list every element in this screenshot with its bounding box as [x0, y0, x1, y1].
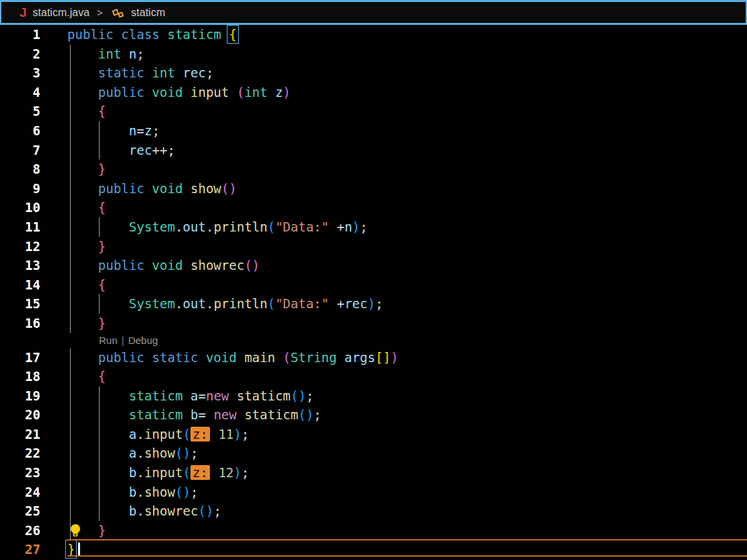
code-line[interactable]: 25 b.showrec();: [0, 501, 747, 521]
code-area[interactable]: 1public class staticm {2 int n;3 static …: [0, 25, 747, 559]
code-token: public: [67, 27, 121, 42]
code-text: int n;: [67, 44, 144, 64]
code-line[interactable]: 22 a.show();: [0, 444, 747, 463]
line-number[interactable]: 7: [0, 141, 40, 160]
code-token: ;: [376, 296, 383, 311]
code-token: staticm: [129, 388, 191, 403]
line-number[interactable]: 13: [0, 256, 40, 275]
line-number[interactable]: 6: [0, 121, 40, 141]
code-line[interactable]: 2 int n;: [0, 44, 747, 64]
code-token: [67, 350, 98, 365]
code-text: public static void main (String args[]): [67, 348, 398, 368]
code-token: new: [213, 407, 244, 422]
code-token: [67, 446, 129, 460]
code-line[interactable]: 19 staticm a=new staticm();: [0, 386, 747, 406]
code-line[interactable]: 8 }: [0, 160, 747, 179]
code-line[interactable]: 13 public void showrec(): [0, 256, 747, 275]
line-number[interactable]: 1: [0, 25, 40, 44]
code-text: {: [67, 275, 106, 295]
code-text: public class staticm {: [67, 25, 237, 44]
line-number[interactable]: 15: [0, 294, 40, 314]
line-number[interactable]: 27: [0, 540, 40, 559]
line-number[interactable]: 9: [0, 179, 40, 199]
line-number[interactable]: 26: [0, 521, 40, 540]
code-line[interactable]: 14 {: [0, 275, 747, 295]
code-line[interactable]: 24 b.show();: [0, 483, 747, 502]
code-line[interactable]: 6 n=z;: [0, 121, 747, 141]
code-token: ;: [360, 219, 367, 234]
code-line[interactable]: 26 }: [0, 521, 747, 540]
inlay-hint-chip[interactable]: z:: [190, 427, 210, 442]
line-number[interactable]: 19: [0, 386, 40, 406]
code-token: ): [234, 427, 241, 442]
code-token: }: [98, 162, 106, 176]
code-line[interactable]: 5 {: [0, 102, 747, 121]
code-line[interactable]: 21 a.input(z: 11);: [0, 425, 747, 444]
code-token: ;: [206, 65, 213, 80]
line-number[interactable]: 3: [0, 63, 40, 83]
code-line[interactable]: 20 staticm b= new staticm();: [0, 405, 747, 425]
code-line[interactable]: 17 public static void main (String args[…: [0, 348, 747, 368]
line-number[interactable]: 23: [0, 463, 40, 483]
code-line[interactable]: 12 }: [0, 237, 747, 256]
code-token: staticm: [168, 27, 229, 42]
code-text: b.show();: [67, 483, 199, 502]
code-line[interactable]: 10 {: [0, 198, 747, 217]
code-line[interactable]: 15 System.out.println("Data:" +rec);: [0, 294, 747, 314]
code-line[interactable]: 11 System.out.println("Data:" +n);: [0, 217, 747, 237]
code-token: [67, 485, 129, 499]
line-number[interactable]: 4: [0, 83, 40, 102]
line-number[interactable]: 10: [0, 198, 40, 217]
code-text: static int rec;: [67, 63, 213, 83]
line-number[interactable]: 12: [0, 237, 40, 256]
code-line[interactable]: 1public class staticm {: [0, 25, 747, 44]
breadcrumb-symbol-name[interactable]: staticm: [131, 7, 166, 19]
code-token: a: [190, 388, 198, 403]
code-token: .: [137, 503, 144, 518]
code-token: String: [291, 350, 345, 365]
code-token: (: [267, 296, 275, 311]
code-token: rec: [345, 296, 367, 311]
line-number[interactable]: 14: [0, 275, 40, 295]
line-number[interactable]: 24: [0, 483, 40, 502]
line-number[interactable]: 25: [0, 501, 40, 521]
codelens-run-link[interactable]: Run: [99, 335, 118, 346]
code-token: [67, 296, 129, 311]
code-token: n: [129, 46, 137, 61]
code-token: [67, 162, 98, 176]
code-token: (: [183, 465, 190, 480]
line-number[interactable]: 22: [0, 444, 40, 463]
inlay-hint-chip[interactable]: z:: [190, 465, 210, 480]
code-token: n: [129, 123, 137, 138]
breadcrumb-file-name[interactable]: staticm.java: [33, 7, 90, 19]
code-token: [67, 369, 98, 384]
code-token: [211, 427, 218, 442]
code-line[interactable]: 4 public void input (int z): [0, 83, 747, 102]
line-number[interactable]: 16: [0, 314, 40, 333]
code-token: {: [98, 200, 106, 215]
line-number[interactable]: 5: [0, 102, 40, 121]
line-number[interactable]: 21: [0, 425, 40, 444]
line-number[interactable]: 8: [0, 160, 40, 179]
code-line[interactable]: 9 public void show(): [0, 179, 747, 199]
code-line[interactable]: 7 rec++;: [0, 141, 747, 160]
code-line[interactable]: 23 b.input(z: 12);: [0, 463, 747, 483]
line-number[interactable]: 17: [0, 348, 40, 368]
codelens-debug-link[interactable]: Debug: [128, 335, 157, 346]
code-token: }: [98, 523, 106, 538]
code-token: .: [137, 427, 144, 442]
code-token: (): [291, 388, 306, 403]
line-number[interactable]: 18: [0, 367, 40, 386]
code-token: [67, 65, 98, 80]
code-line[interactable]: 3 static int rec;: [0, 63, 747, 83]
code-token: .: [137, 446, 144, 460]
line-number[interactable]: 20: [0, 405, 40, 425]
code-token: showrec: [190, 258, 244, 273]
code-text: a.show();: [67, 444, 199, 463]
line-number[interactable]: 2: [0, 44, 40, 64]
code-token: b: [190, 407, 198, 422]
code-token: [67, 219, 129, 234]
line-number[interactable]: 11: [0, 217, 40, 237]
code-line[interactable]: 16 }: [0, 314, 747, 333]
code-line[interactable]: 18 {: [0, 367, 747, 386]
